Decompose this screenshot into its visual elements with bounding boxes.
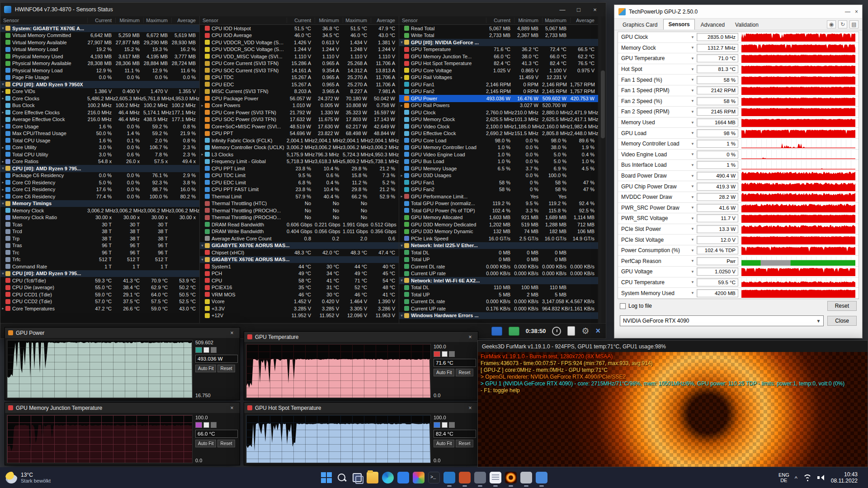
hwinfo-sensor-row[interactable]: Virtual Memory Available27,907 MB27,877 … — [0, 39, 199, 46]
reset-button[interactable]: Reset — [827, 301, 857, 311]
hwinfo-sensor-row[interactable]: Vcore1.452 V0.420 V1.464 V1.390 V — [200, 298, 399, 305]
expand-arrow-icon[interactable]: ▸ — [399, 103, 404, 108]
hwinfo-sensor-row[interactable]: ▸Core Utility3.0 %0.0 %106.7 %2.3 % — [0, 144, 199, 151]
hwinfo-sensor-row[interactable]: CPU EDC15.267 A0.965 A25.270 A11.706 A — [200, 81, 399, 88]
hwinfo-section-row[interactable]: ▾Windows Hardware Errors ... — [399, 312, 598, 319]
hwinfo-sensor-row[interactable]: Max CPU/Thread Usage50.0 %1.4 %59.2 %21.… — [0, 130, 199, 137]
hwinfo-sensor-row[interactable]: Read Total5,067 MB4,889 MB5,067 MB — [399, 25, 598, 32]
hwinfo-sensor-row[interactable]: ▸Core C0 Residency5.0 %0.0 %92.3 %3.8 % — [0, 179, 199, 186]
hwinfo-sensor-row[interactable]: GPU Memory Allocated1,603 MB921 MB1,689 … — [399, 214, 598, 221]
hwinfo-sensor-row[interactable]: VRM MOS46 °C30 °C46 °C41 °C — [200, 291, 399, 298]
hwinfo-sensor-row[interactable]: GPU Fan22,145 RPM0 RPM2,145 RPM1,757 RPM — [399, 88, 598, 95]
chevron-down-icon[interactable]: ▼ — [691, 142, 697, 146]
hwinfo-sensor-row[interactable]: Tcas30 T30 T30 T — [0, 221, 199, 228]
chevron-down-icon[interactable]: ▼ — [691, 184, 697, 188]
expand-arrow-icon[interactable]: ▸ — [0, 96, 5, 100]
taskbar-photos-icon[interactable] — [413, 472, 425, 483]
hwinfo-sensor-row[interactable]: ▸Core Clocks5,486.2 MHz2,605.3 MHz5,761.… — [0, 95, 199, 102]
hwinfo-section-row[interactable]: ▾Memory Timings — [0, 200, 199, 207]
gpuz-sensor-row[interactable]: PWR_SRC Voltage▼11.7 V — [618, 213, 859, 224]
hwinfo-sensor-row[interactable]: ▸GPU Rail Voltages11.459 V12.231 V — [399, 74, 598, 81]
hwinfo-sensor-row[interactable]: Memory Clock3,006.2 MHz3,006.2 MHz3,006.… — [0, 207, 199, 214]
expand-arrow-icon[interactable]: ▸ — [0, 110, 5, 114]
hwinfo-sensor-row[interactable]: Average Effective Clock216.0 MHz46.4 MHz… — [0, 116, 199, 123]
close-sensors-icon[interactable]: × — [595, 326, 600, 336]
graph-option-checkbox-2[interactable] — [211, 347, 217, 353]
hwinfo-sensor-row[interactable]: Total GPU Power (normaliz...119.2 %9.5 %… — [399, 200, 598, 207]
chevron-down-icon[interactable]: ▼ — [691, 259, 697, 263]
hwinfo-section-row[interactable]: ▾CPU [#0]: AMD Ryzen 9 795... — [0, 270, 199, 277]
hwinfo-column-header[interactable]: Average — [171, 18, 199, 23]
settings-gear-icon[interactable]: ⚙ — [581, 326, 589, 336]
close-button-bottom[interactable]: Close — [827, 316, 857, 326]
hwinfo-sensor-row[interactable]: CPU EDC Limit6.8 %0.4 %11.2 %5.2 % — [200, 179, 399, 186]
hwinfo-sensor-row[interactable]: Memory Clock Ratio30.00 x30.00 x30.00 x3… — [0, 214, 199, 221]
expand-arrow-icon[interactable]: ▸ — [200, 103, 205, 108]
expand-arrow-icon[interactable]: ▸ — [0, 124, 5, 128]
hwinfo-sensor-row[interactable]: Trc96 T96 T96 T — [0, 249, 199, 256]
gpuz-sensor-row[interactable]: Memory Used▼1664 MB — [618, 117, 859, 128]
clock-icon[interactable] — [552, 327, 561, 336]
hwinfo-sensor-row[interactable]: GPU Power493.036 W16.476 W509.602 W420.7… — [399, 95, 598, 102]
hwinfo-column-header[interactable]: Current — [486, 18, 514, 23]
taskbar-weather-widget[interactable]: 13°C Stark bewölkt — [0, 472, 56, 484]
gpuz-sensor-row[interactable]: Memory Controller Load▼1 % — [618, 139, 859, 150]
hwinfo-sensor-row[interactable]: CPU PPT FAST Limit23.8 %10.4 %29.8 %21.2… — [200, 186, 399, 193]
hwinfo-column-header[interactable]: Sensor — [0, 18, 87, 23]
hwinfo-sensor-row[interactable]: CPU PPT54.696 W23.822 W68.498 W48.844 W — [200, 130, 399, 137]
expand-arrow-icon[interactable]: ▸ — [399, 174, 404, 178]
hwinfo-sensor-row[interactable]: Tras96 T96 T96 T — [0, 242, 199, 249]
hwinfo-sensor-row[interactable]: Total GPU Power (% of TDP)102.4 %3.3 %11… — [399, 207, 598, 214]
graph-option-checkbox[interactable] — [203, 422, 209, 428]
chevron-down-icon[interactable]: ▼ — [691, 291, 697, 295]
hwinfo-sensor-row[interactable]: Trcd38 T38 T38 T — [0, 228, 199, 235]
chevron-down-icon[interactable]: ▼ — [691, 56, 697, 61]
chevron-down-icon[interactable]: ▼ — [691, 216, 697, 221]
gpuz-sensor-row[interactable]: Memory Clock▼1312.7 MHz — [618, 43, 859, 54]
hwinfo-sensor-row[interactable]: GPU Clock2,760.0 MHz210.0 MHz2,880.0 MHz… — [399, 109, 598, 116]
collapse-arrow-icon[interactable]: ▾ — [200, 258, 205, 262]
graph-window-titlebar[interactable]: GPU Hot Spot Temperature× — [244, 403, 478, 413]
hwinfo-section-row[interactable]: ▾CPU [#0]: AMD Ryzen 9 7950X — [0, 81, 199, 88]
wifi-icon[interactable] — [803, 474, 812, 481]
taskbar-edge-icon[interactable] — [382, 472, 394, 483]
hwinfo-sensor-row[interactable]: ▸GPU Rail Powers3.027 W520.700 W — [399, 102, 598, 109]
minimize-button[interactable]: — — [845, 9, 850, 15]
taskbar-printer-utility-icon[interactable] — [520, 472, 532, 483]
gpuz-sensor-row[interactable]: GPU Chip Power Draw▼419.3 W — [618, 181, 859, 192]
gpuz-sensor-row[interactable]: Hot Spot▼81.3 °C — [618, 64, 859, 75]
hwinfo-column-header[interactable]: Sensor — [200, 18, 287, 23]
hwinfo-column-header[interactable]: Current — [87, 18, 115, 23]
collapse-arrow-icon[interactable]: ▾ — [399, 244, 404, 248]
hwinfo-sensor-row[interactable]: PCIEX1635 °C31 °C52 °C48 °C — [200, 284, 399, 291]
hwinfo-scrollbar[interactable] — [599, 16, 606, 323]
hwinfo-sensor-row[interactable]: CPU IOD Average46.0 °C34.5 °C46.0 °C43.0… — [200, 32, 399, 39]
hwinfo-sensor-row[interactable]: GPU Temperature71.6 °C36.2 °C72.4 °C66.5… — [399, 46, 598, 53]
hwinfo-sensor-row[interactable]: GPU Fan258 %0 %58 %47 % — [399, 186, 598, 193]
hwinfo-sensor-row[interactable]: GPU Effective Clock2,690.2 MHz151.5 MHz2… — [399, 130, 598, 137]
gpuz-sensor-row[interactable]: MVDDC Power Draw▼28.2 W — [618, 192, 859, 203]
close-icon[interactable]: × — [227, 405, 236, 411]
hwinfo-sensor-row[interactable]: Virtual Memory Load19.2 %15.2 %19.3 %16.… — [0, 46, 199, 53]
hwinfo-sensor-row[interactable]: GPU Fan158 %0 %58 %47 % — [399, 179, 598, 186]
hwinfo-sensor-row[interactable]: ▸Core Effective Clocks216.0 MHz46.4 MHz5… — [0, 109, 199, 116]
hwinfo-sensor-row[interactable]: Trp38 T38 T38 T — [0, 235, 199, 242]
gpuz-sensor-row[interactable]: Board Power Draw▼490.4 W — [618, 171, 859, 182]
hwinfo-section-row[interactable]: ▾GPU [#0]: NVIDIA GeForce ... — [399, 39, 598, 46]
gpuz-sensor-row[interactable]: Fan 1 Speed (%)▼58 % — [618, 75, 859, 85]
chevron-down-icon[interactable]: ▼ — [691, 195, 697, 199]
hwinfo-sensor-row[interactable]: CPU Core Power (SVI3 TFN)21.792 W1.330 W… — [200, 109, 399, 116]
expand-arrow-icon[interactable]: ▸ — [0, 180, 5, 184]
graph-color-swatch[interactable] — [434, 351, 440, 357]
close-icon[interactable]: × — [466, 405, 475, 411]
hwinfo-sensor-row[interactable]: +12V11.952 V11.952 V12.096 V11.963 V — [200, 312, 399, 319]
tab-sensors[interactable]: Sensors — [663, 19, 694, 30]
taskbar-monitor-app-icon[interactable] — [536, 472, 547, 483]
hwinfo-column-header[interactable]: Current — [287, 18, 315, 23]
auto-fit-button[interactable]: Auto Fit — [434, 369, 454, 376]
hwinfo-sensor-row[interactable]: +3.3V3.285 V3.285 V3.305 V3.286 V — [200, 305, 399, 312]
hwinfo-sensor-row[interactable]: ▸Core Powers1.010 W0.005 W10.808 W0.758 … — [200, 102, 399, 109]
camera-icon[interactable]: ◉ — [827, 20, 836, 28]
hwinfo-column-header[interactable]: Minimum — [115, 18, 143, 23]
hwinfo-sensor-row[interactable]: ▸Core C6 Residency77.4 %0.0 %100.0 %80.2… — [0, 193, 199, 200]
